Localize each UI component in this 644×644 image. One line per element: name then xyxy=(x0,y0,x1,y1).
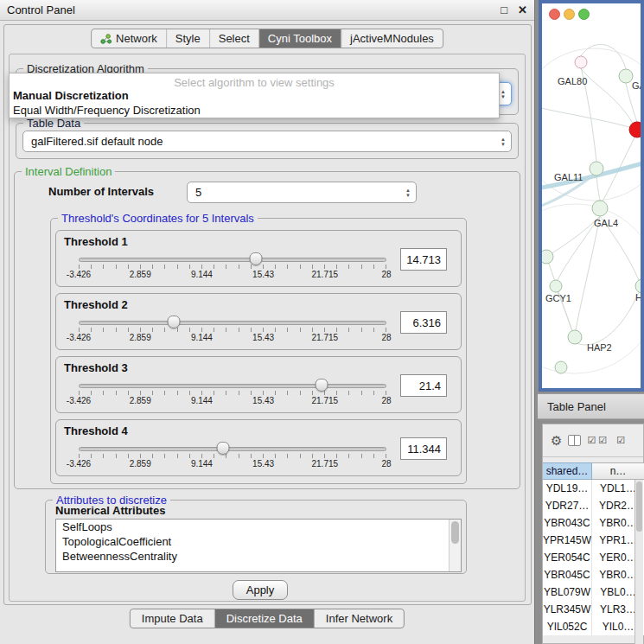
network-canvas[interactable]: GAL80GAGAL11GAL4GCY1HHAP2 xyxy=(542,3,641,388)
table-cell[interactable]: YPR145W xyxy=(543,532,592,549)
network-node-label: GAL4 xyxy=(594,218,618,228)
threshold-value-field[interactable]: 11.344 xyxy=(400,437,447,460)
threshold-value-field[interactable]: 14.713 xyxy=(400,248,447,271)
network-node-label: HAP2 xyxy=(587,342,612,353)
table-cell[interactable]: YIL052C xyxy=(543,618,592,635)
network-node[interactable] xyxy=(619,69,633,83)
threshold-value-field[interactable]: 6.316 xyxy=(400,311,447,334)
table-cell[interactable]: YBR043C xyxy=(543,514,592,532)
table-row[interactable]: YBR045CYBR0… xyxy=(543,566,644,583)
tab-network[interactable]: Network xyxy=(92,29,167,48)
algorithm-dropdown-popup: Select algorithm to view settings Manual… xyxy=(9,73,500,118)
slider-track[interactable] xyxy=(79,258,386,262)
tick-label: 21.715 xyxy=(312,459,339,469)
tab-style[interactable]: Style xyxy=(167,29,210,48)
table-row[interactable]: YDL19…YDL1… xyxy=(543,480,644,497)
list-scrollbar[interactable] xyxy=(449,520,461,571)
tick-label: 28 xyxy=(381,396,391,405)
list-item[interactable]: SelfLoops xyxy=(56,520,461,534)
minimize-icon[interactable]: □ xyxy=(501,3,507,16)
slider-thumb[interactable] xyxy=(316,379,328,392)
slider-thumb[interactable] xyxy=(168,316,181,328)
table-cell[interactable]: YBR045C xyxy=(543,566,592,583)
network-node[interactable] xyxy=(568,330,582,344)
slider-tick-labels: -3.4262.8599.14415.4321.71528 xyxy=(79,459,386,469)
table-row[interactable]: YLR345WYLR3… xyxy=(543,601,644,618)
table-scrollbar[interactable] xyxy=(634,480,643,644)
minimize-traffic-icon[interactable] xyxy=(564,9,575,20)
tick-label: 2.859 xyxy=(130,396,151,405)
numerical-attributes-label: Numerical Attributes xyxy=(55,504,165,517)
tab-select[interactable]: Select xyxy=(210,29,259,48)
apply-button[interactable]: Apply xyxy=(233,580,288,600)
network-node[interactable] xyxy=(575,56,587,68)
tab-impute-data[interactable]: Impute Data xyxy=(131,609,215,628)
algorithm-option-equal-width[interactable]: Equal Width/Frequency Discretization xyxy=(13,104,201,117)
threshold-value-field[interactable]: 21.4 xyxy=(400,374,447,397)
numerical-attributes-list[interactable]: SelfLoopsTopologicalCoefficientBetweenne… xyxy=(55,519,462,572)
select-all-checkbox-icon[interactable]: ☑ xyxy=(587,435,596,446)
slider-ticks xyxy=(79,391,386,395)
close-icon[interactable]: ✕ xyxy=(518,3,527,16)
algorithm-option-manual[interactable]: Manual Discretization xyxy=(13,89,129,102)
num-intervals-label: Number of Intervals xyxy=(48,185,154,198)
tab-discretize-data[interactable]: Discretize Data xyxy=(215,609,315,628)
list-item[interactable]: TopologicalCoefficient xyxy=(56,534,461,549)
network-node[interactable] xyxy=(592,201,608,216)
network-view-window[interactable]: GAL80GAGAL11GAL4GCY1HHAP2 xyxy=(539,0,644,392)
threshold-slider[interactable]: -3.4262.8599.14415.4321.71528 xyxy=(79,250,386,284)
slider-track[interactable] xyxy=(79,384,386,388)
table-header-row: shared… n… xyxy=(543,462,644,480)
num-intervals-combobox[interactable]: 5 ▲▼ xyxy=(187,182,417,203)
tick-label: 21.715 xyxy=(312,333,339,342)
table-data-value: galFiltered.sif default node xyxy=(31,135,163,148)
table-data-combobox[interactable]: galFiltered.sif default node ▲▼ xyxy=(22,131,512,152)
slider-track[interactable] xyxy=(79,447,386,451)
tick-label: 15.43 xyxy=(252,459,274,469)
table-row[interactable]: YDR27…YDR2… xyxy=(543,497,644,514)
gear-icon[interactable]: ⚙ xyxy=(551,433,562,449)
network-node[interactable] xyxy=(550,280,562,292)
slider-thumb[interactable] xyxy=(250,252,263,265)
table-cell[interactable]: YDL19… xyxy=(543,480,592,497)
network-node[interactable] xyxy=(590,162,603,175)
column-header-name[interactable]: n… xyxy=(592,462,644,480)
table-panel-header: Table Panel xyxy=(538,393,644,419)
table-cell[interactable]: YER054C xyxy=(543,549,592,566)
network-icon xyxy=(100,34,112,44)
close-traffic-icon[interactable] xyxy=(549,9,560,20)
columns-icon[interactable] xyxy=(568,435,581,446)
table-row[interactable]: YBL079WYBL0… xyxy=(543,583,644,601)
thresholds-group-label: Threshold's Coordinates for 5 Intervals xyxy=(58,212,258,225)
table-cell[interactable]: YLR345W xyxy=(543,601,592,618)
bottom-tab-strip: Impute Data Discretize Data Infer Networ… xyxy=(130,609,405,628)
tick-label: -3.426 xyxy=(67,270,91,279)
slider-thumb[interactable] xyxy=(217,442,230,455)
table-cell[interactable]: YDR27… xyxy=(543,497,592,514)
tick-label: 21.715 xyxy=(312,270,339,279)
table-scrollbar-thumb[interactable] xyxy=(636,481,642,532)
table-row[interactable]: YBR043CYBR0… xyxy=(543,514,644,532)
tab-infer-network[interactable]: Infer Network xyxy=(315,609,404,628)
table-row[interactable]: YIL052CYIL0… xyxy=(543,618,644,635)
column-header-shared-name[interactable]: shared… xyxy=(543,462,592,480)
threshold-slider[interactable]: -3.4262.8599.14415.4321.71528 xyxy=(79,439,386,474)
table-row[interactable]: YER054CYER0… xyxy=(543,549,644,566)
table-cell[interactable]: YBL079W xyxy=(543,583,592,601)
zoom-traffic-icon[interactable] xyxy=(578,9,590,20)
list-item[interactable]: BetweennessCentrality xyxy=(56,549,461,564)
network-node[interactable] xyxy=(542,250,553,264)
threshold-slider[interactable]: -3.4262.8599.14415.4321.71528 xyxy=(79,313,386,348)
select-checkbox-icon[interactable]: ☑ xyxy=(598,435,607,446)
window-titlebar: Control Panel □ ✕ xyxy=(0,0,534,21)
list-scrollbar-thumb[interactable] xyxy=(451,521,459,544)
threshold-slider[interactable]: -3.4262.8599.14415.4321.71528 xyxy=(79,376,386,411)
tab-jactivemodules[interactable]: jActiveMNodules xyxy=(341,29,443,48)
network-node-selected[interactable] xyxy=(629,122,641,137)
network-node[interactable] xyxy=(635,279,641,293)
function-checkbox-icon[interactable]: ☑ xyxy=(616,435,625,446)
table-row[interactable]: YPR145WYPR1… xyxy=(543,532,644,549)
slider-track[interactable] xyxy=(79,321,386,325)
network-node[interactable] xyxy=(555,361,567,373)
tab-cyni-toolbox[interactable]: Cyni Toolbox xyxy=(259,29,341,48)
